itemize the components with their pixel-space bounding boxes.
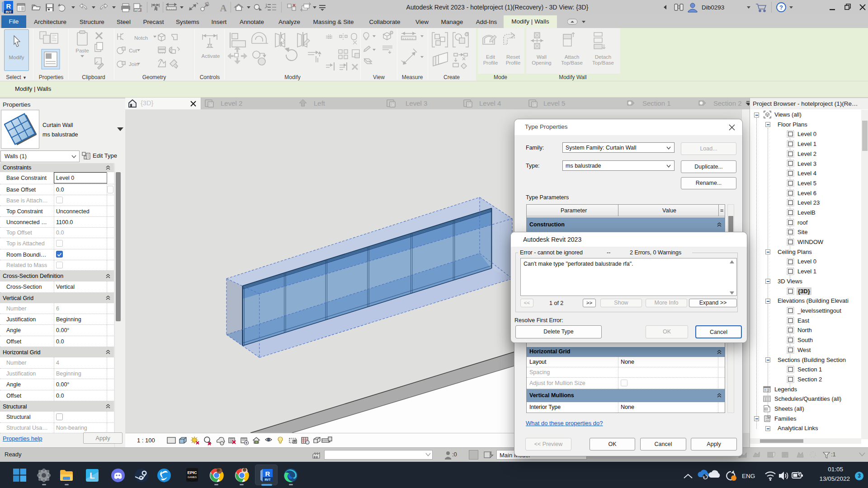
svg-text:Notch: Notch — [134, 35, 148, 41]
svg-text:1: 1 — [206, 3, 208, 6]
svg-text:Left: Left — [314, 99, 326, 107]
svg-text:Activate: Activate — [202, 53, 220, 59]
svg-text:?: ? — [779, 4, 783, 11]
svg-text:Join: Join — [129, 61, 138, 67]
svg-text:EPIC: EPIC — [187, 470, 197, 475]
svg-text:PDF: PDF — [135, 9, 141, 12]
svg-text:RVT: RVT — [265, 478, 271, 481]
svg-text:A: A — [220, 3, 227, 14]
svg-text:Level 5: Level 5 — [543, 99, 565, 107]
svg-text:Section 1: Section 1 — [642, 99, 671, 107]
svg-text:Level 4: Level 4 — [479, 99, 501, 107]
svg-text:Level 3: Level 3 — [406, 99, 427, 107]
svg-text:L: L — [90, 471, 95, 480]
svg-text:Section 2: Section 2 — [713, 99, 742, 107]
svg-text:ENG: ENG — [742, 473, 755, 479]
svg-text:R: R — [265, 470, 270, 478]
svg-text:Paste: Paste — [75, 48, 89, 53]
svg-text:Level 2: Level 2 — [221, 99, 242, 107]
svg-text:GAMES: GAMES — [188, 476, 197, 479]
svg-text:RVT: RVT — [6, 10, 12, 14]
svg-text:Cut: Cut — [129, 48, 137, 53]
svg-text:R: R — [6, 2, 11, 10]
svg-text:Dib0293: Dib0293 — [702, 4, 724, 11]
